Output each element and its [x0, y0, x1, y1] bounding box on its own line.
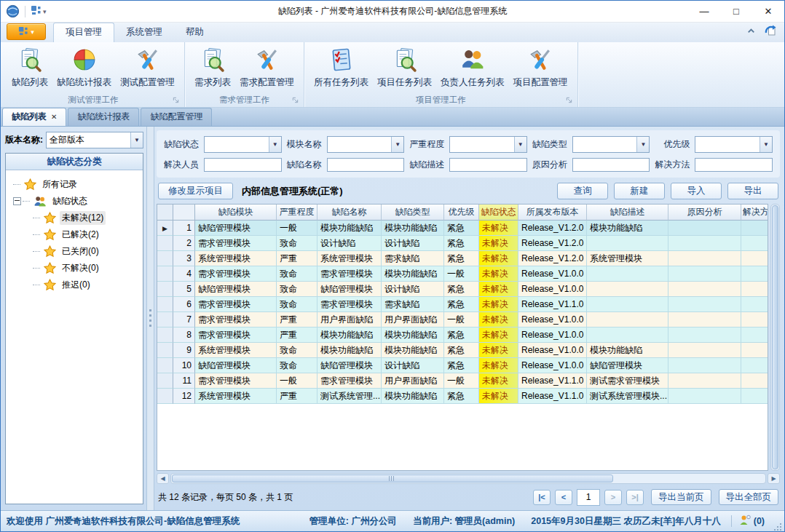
table-row[interactable]: 8需求管理模块严重模块功能缺陷模块功能缺陷紧急未解决Release_V1.0.0 — [157, 327, 768, 343]
ribbon-button-项目配置管理[interactable]: 项目配置管理 — [510, 45, 572, 91]
table-row[interactable]: 9系统管理模块致命模块功能缺陷模块功能缺陷紧急未解决Release_V1.0.0… — [157, 343, 768, 358]
grid-cell[interactable] — [741, 282, 768, 297]
grid-cell[interactable]: 需求缺陷 — [382, 251, 444, 266]
grid-cell[interactable]: 未解决 — [479, 266, 518, 282]
collapse-expander-icon[interactable] — [13, 197, 21, 205]
column-header-缺陷名称[interactable]: 缺陷名称 — [317, 205, 382, 221]
ribbon-tab-项目管理[interactable]: 项目管理 — [53, 23, 114, 42]
grid-cell[interactable]: 缺陷管理模块 — [587, 358, 668, 373]
grid-cell[interactable]: 致命 — [277, 358, 317, 373]
grid-cell[interactable] — [587, 266, 668, 282]
grid-cell[interactable] — [668, 236, 741, 251]
online-users-icon[interactable] — [739, 515, 751, 528]
column-header-优先级[interactable]: 优先级 — [444, 205, 479, 221]
grid-cell[interactable]: 模块功能缺陷 — [382, 266, 444, 282]
horizontal-scrollbar-thumb[interactable] — [172, 475, 613, 483]
export-all-pages-button[interactable]: 导出全部页 — [719, 489, 779, 505]
ribbon-button-需求列表[interactable]: 需求列表 — [191, 45, 234, 91]
table-row[interactable]: 4需求管理模块致命需求管理模块模块功能缺陷一般未解决Release_V1.0.0 — [157, 266, 768, 282]
grid-cell[interactable] — [668, 282, 741, 297]
filter-input-解决方法[interactable] — [695, 158, 773, 172]
filter-combo-模块名称[interactable]: ▼ — [327, 136, 405, 153]
grid-cell[interactable]: 未解决 — [479, 297, 518, 312]
grid-cell[interactable] — [741, 221, 768, 236]
table-row[interactable]: 7需求管理模块严重用户界面缺陷用户界面缺陷一般未解决Release_V1.0.0 — [157, 312, 768, 327]
column-header-缺陷状态[interactable]: 缺陷状态 — [479, 205, 518, 221]
table-row[interactable]: 11需求管理模块一般需求管理模块用户界面缺陷一般未解决Release_V1.1.… — [157, 373, 768, 389]
grid-cell[interactable] — [587, 282, 668, 297]
grid-cell[interactable] — [741, 327, 768, 343]
grid-cell[interactable] — [741, 358, 768, 373]
grid-cell[interactable]: 用户界面缺陷 — [317, 312, 382, 327]
grid-cell[interactable] — [668, 251, 741, 266]
tree-item-已关闭(0)[interactable]: 已关闭(0) — [13, 243, 140, 260]
grid-cell[interactable]: 紧急 — [444, 327, 479, 343]
grid-cell[interactable] — [668, 373, 741, 389]
column-header-所属发布版本[interactable]: 所属发布版本 — [518, 205, 587, 221]
grid-cell[interactable] — [668, 358, 741, 373]
ribbon-button-需求配置管理[interactable]: 需求配置管理 — [236, 45, 298, 91]
chevron-down-icon[interactable]: ▼ — [130, 132, 143, 148]
last-page-button[interactable]: >| — [626, 490, 644, 505]
grid-cell[interactable]: Release_V1.0.0 — [518, 327, 587, 343]
grid-cell[interactable]: 测试需求管理模块 — [587, 373, 668, 389]
maximize-button[interactable]: □ — [720, 1, 752, 22]
chevron-down-icon[interactable]: ▼ — [391, 137, 403, 152]
resize-grip-icon[interactable] — [773, 523, 782, 531]
tree-item-未解决(12)[interactable]: 未解决(12) — [13, 210, 140, 226]
table-row[interactable]: ▶1缺陷管理模块一般模块功能缺陷模块功能缺陷紧急未解决Release_V1.2.… — [157, 221, 768, 236]
grid-cell[interactable]: Release_V1.1.0 — [518, 389, 587, 404]
column-header-缺陷描述[interactable]: 缺陷描述 — [587, 205, 668, 221]
grid-cell[interactable]: 需求管理模块 — [317, 297, 382, 312]
grid-cell[interactable]: 系统管理模块 — [195, 389, 277, 404]
grid-cell[interactable]: 系统管理模块 — [317, 251, 382, 266]
grid-cell[interactable]: 致命 — [277, 236, 317, 251]
grid-cell[interactable] — [741, 251, 768, 266]
filter-input-解决人员[interactable] — [204, 158, 282, 172]
tree-item-推迟(0)[interactable]: 推迟(0) — [13, 277, 140, 293]
grid-cell[interactable]: Release_V1.0.0 — [518, 266, 587, 282]
table-row[interactable]: 3系统管理模块严重系统管理模块需求缺陷紧急未解决Release_V1.2.0系统… — [157, 251, 768, 266]
import-button[interactable]: 导入 — [671, 183, 722, 199]
grid-cell[interactable]: 一般 — [277, 373, 317, 389]
grid-cell[interactable]: 用户界面缺陷 — [382, 373, 444, 389]
document-tab-缺陷列表[interactable]: 缺陷列表✕ — [2, 108, 66, 126]
ribbon-tab-帮助[interactable]: 帮助 — [174, 23, 216, 42]
grid-cell[interactable]: 需求管理模块 — [195, 373, 277, 389]
grid-cell[interactable]: 一般 — [444, 266, 479, 282]
grid-cell[interactable] — [741, 312, 768, 327]
scroll-right-icon[interactable]: ▶ — [768, 473, 780, 484]
table-row[interactable]: 6需求管理模块致命需求管理模块需求缺陷紧急未解决Release_V1.1.0 — [157, 297, 768, 312]
grid-cell[interactable] — [668, 266, 741, 282]
chevron-down-icon[interactable]: ▼ — [269, 137, 281, 152]
tree-item-所有记录[interactable]: 所有记录 — [13, 176, 140, 193]
grid-cell[interactable]: 设计缺陷 — [382, 358, 444, 373]
chevron-down-icon[interactable]: ▼ — [760, 137, 772, 152]
vertical-scrollbar[interactable] — [770, 204, 780, 471]
column-header-解决方法[interactable]: 解决方法 — [741, 205, 768, 221]
grid-cell[interactable]: 测试系统管理... — [317, 389, 382, 404]
dialog-launcher-icon[interactable] — [292, 96, 299, 105]
grid-cell[interactable]: 需求管理模块 — [195, 297, 277, 312]
version-combo[interactable]: 全部版本 ▼ — [46, 132, 143, 148]
grid-cell[interactable]: 紧急 — [444, 358, 479, 373]
grid-cell[interactable]: 系统管理模块 — [195, 251, 277, 266]
chevron-down-icon[interactable]: ▼ — [514, 137, 526, 152]
close-tab-icon[interactable]: ✕ — [51, 113, 57, 121]
grid-cell[interactable]: 需求缺陷 — [382, 297, 444, 312]
tree-item-缺陷状态[interactable]: 缺陷状态 — [13, 193, 140, 210]
grid-cell[interactable]: 模块功能缺陷 — [317, 343, 382, 358]
grid-cell[interactable] — [587, 312, 668, 327]
quick-access-toolbar-button[interactable]: ▾ — [31, 5, 47, 17]
grid-cell[interactable]: 系统管理模块 — [195, 343, 277, 358]
grid-cell[interactable]: 紧急 — [444, 221, 479, 236]
tree-item-不解决(0)[interactable]: 不解决(0) — [13, 260, 140, 277]
filter-input-缺陷描述[interactable] — [449, 158, 527, 172]
grid-cell[interactable] — [741, 236, 768, 251]
grid-cell[interactable]: 需求管理模块 — [195, 266, 277, 282]
ribbon-button-测试配置管理[interactable]: 测试配置管理 — [117, 45, 178, 91]
ribbon-button-项目任务列表[interactable]: 项目任务列表 — [374, 45, 435, 91]
grid-cell[interactable] — [741, 297, 768, 312]
grid-cell[interactable]: 紧急 — [444, 389, 479, 404]
grid-cell[interactable] — [587, 327, 668, 343]
